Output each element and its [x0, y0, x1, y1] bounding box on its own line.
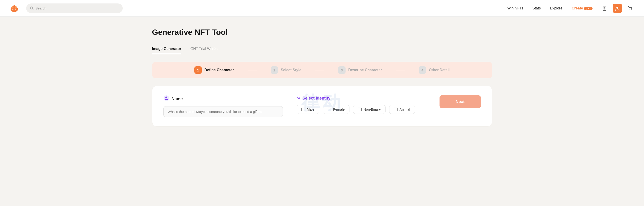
animal-checkbox[interactable] [394, 108, 398, 111]
step-3-label: Describe Character [348, 68, 382, 72]
nav-win-nfts[interactable]: Win NFTs [507, 6, 523, 10]
cart-icon-button[interactable] [626, 4, 635, 13]
user-icon-button[interactable] [613, 4, 622, 13]
non-binary-label: Non-Binary [364, 107, 381, 111]
nav-explore[interactable]: Explore [550, 6, 562, 10]
non-binary-checkbox[interactable] [358, 108, 362, 111]
step-3: 3 Describe Character [338, 66, 382, 74]
name-label-text: Name [172, 96, 183, 101]
identity-male[interactable]: Male [296, 105, 319, 114]
infinity-icon: ∞ [296, 95, 300, 101]
female-checkbox[interactable] [328, 108, 331, 111]
name-label: Name [163, 95, 283, 102]
step-1-label: Define Character [204, 68, 234, 72]
navbar: Win NFTs Stats Explore CreateGNT [0, 0, 644, 17]
identity-options: Male Female Non-Binary Animal [296, 105, 426, 114]
svg-point-16 [166, 96, 167, 98]
svg-point-14 [631, 10, 632, 10]
next-button-area: Next [440, 95, 481, 108]
identity-animal[interactable]: Animal [389, 105, 415, 114]
step-1: 1 Define Character [194, 66, 234, 74]
tabs: Image Generator GNT Trial Works [152, 44, 492, 54]
animal-label: Animal [400, 107, 410, 111]
name-section: Name [163, 95, 283, 117]
form-card: Name ∞ Select Identity Male Female [152, 86, 492, 127]
tab-image-generator[interactable]: Image Generator [152, 44, 181, 54]
female-label: Female [333, 107, 345, 111]
identity-section: ∞ Select Identity Male Female Non-Binary [296, 95, 426, 114]
search-bar[interactable] [26, 4, 123, 13]
nav-create[interactable]: CreateGNT [572, 6, 592, 10]
svg-point-4 [12, 9, 14, 10]
page-title: Generative NFT Tool [152, 28, 492, 37]
identity-label-text: Select Identity [302, 96, 330, 101]
step-2-label: Select Style [281, 68, 302, 72]
name-icon [163, 95, 169, 102]
male-label: Male [307, 107, 314, 111]
step-2-num: 2 [271, 66, 278, 74]
step-1-num: 1 [194, 66, 202, 74]
step-3-num: 3 [338, 66, 346, 74]
step-4: 4 Other Detail [418, 66, 450, 74]
nav-icons [600, 4, 635, 13]
svg-line-7 [32, 9, 33, 10]
svg-point-5 [15, 9, 16, 10]
svg-point-13 [630, 10, 630, 10]
identity-label: ∞ Select Identity [296, 95, 426, 101]
identity-non-binary[interactable]: Non-Binary [353, 105, 386, 114]
nav-stats[interactable]: Stats [532, 6, 540, 10]
step-2: 2 Select Style [271, 66, 302, 74]
identity-female[interactable]: Female [323, 105, 350, 114]
search-icon [30, 6, 34, 10]
logo[interactable] [9, 3, 19, 13]
name-input[interactable] [163, 106, 283, 117]
page-content: Generative NFT Tool Image Generator GNT … [138, 17, 506, 138]
step-4-num: 4 [418, 66, 426, 74]
step-4-label: Other Detail [429, 68, 450, 72]
gnt-badge: GNT [584, 7, 592, 10]
document-icon-button[interactable] [600, 4, 609, 13]
next-button[interactable]: Next [440, 95, 481, 108]
search-input[interactable] [36, 6, 119, 10]
step-bar: 1 Define Character 2 Select Style 3 Desc… [152, 62, 492, 78]
svg-point-12 [616, 7, 618, 9]
nav-links: Win NFTs Stats Explore CreateGNT [507, 6, 592, 10]
male-checkbox[interactable] [302, 108, 305, 111]
tab-gnt-trial-works[interactable]: GNT Trial Works [190, 44, 218, 54]
